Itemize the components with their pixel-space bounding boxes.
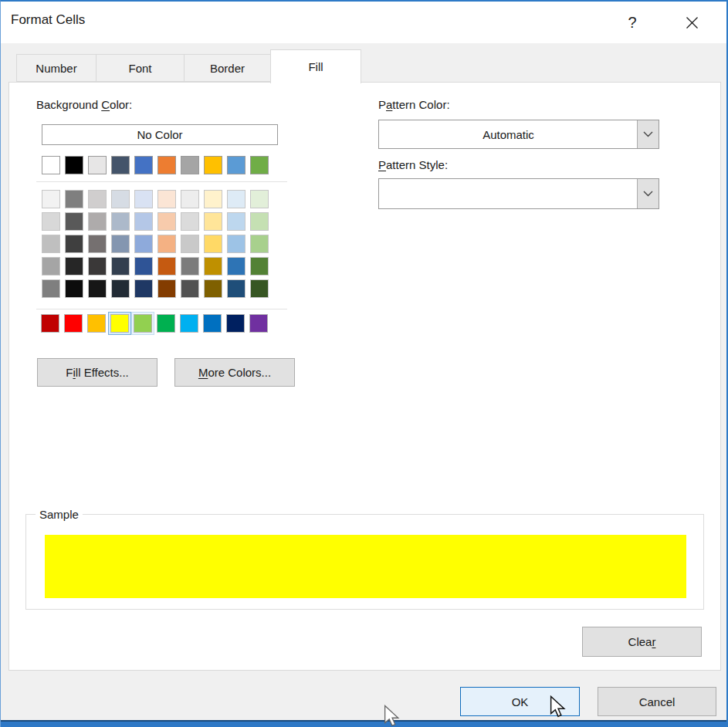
cancel-button[interactable]: Cancel [598,687,716,716]
divider [36,309,287,309]
pattern-style-label: Pattern Style: [378,158,448,171]
color-swatch[interactable] [88,279,107,298]
color-swatch[interactable] [181,279,199,298]
sample-preview [45,535,686,598]
color-swatch[interactable] [88,190,107,208]
color-swatch[interactable] [157,279,176,298]
color-variant-grid [42,190,269,298]
pattern-color-select[interactable]: Automatic [378,120,659,149]
color-swatch[interactable] [42,279,60,298]
color-swatch[interactable] [134,156,153,174]
tab-number[interactable]: Number [16,54,97,82]
tab-fill[interactable]: Fill [270,49,361,83]
color-swatch[interactable] [157,212,176,231]
pattern-color-value: Automatic [379,120,638,148]
tab-border[interactable]: Border [184,54,271,82]
color-swatch[interactable] [227,156,245,174]
color-swatch[interactable] [181,156,199,174]
color-swatch[interactable] [42,190,60,208]
color-swatch[interactable] [39,312,62,335]
color-swatch[interactable] [88,257,107,276]
color-swatch[interactable] [134,190,153,208]
pattern-color-label: Pattern Color: [378,98,450,111]
color-swatch[interactable] [134,257,153,276]
color-swatch[interactable] [111,190,130,208]
color-swatch[interactable] [65,279,83,298]
dialog-footer: OK Cancel [1,671,726,722]
color-swatch[interactable] [204,212,222,231]
color-swatch[interactable] [65,212,83,231]
titlebar: Format Cells ? [1,2,726,43]
color-swatch[interactable] [157,235,176,253]
color-swatch[interactable] [181,212,199,231]
color-swatch[interactable] [111,257,130,276]
clear-button[interactable]: Clear [582,627,702,657]
tab-font[interactable]: Font [96,54,185,82]
color-swatch[interactable] [181,235,199,253]
color-swatch[interactable] [250,235,269,253]
color-swatch[interactable] [227,257,245,276]
color-swatch[interactable] [42,235,60,253]
color-swatch[interactable] [134,212,153,231]
fill-effects-label: Fill Effects... [66,366,128,379]
color-swatch[interactable] [247,312,270,335]
color-swatch[interactable] [134,279,153,298]
help-button[interactable]: ? [615,8,650,37]
standard-color-row [39,312,270,335]
color-swatch[interactable] [181,190,199,208]
close-button[interactable] [674,8,709,37]
color-swatch[interactable] [108,312,131,335]
color-swatch[interactable] [65,156,83,174]
color-swatch[interactable] [204,190,222,208]
fill-effects-button[interactable]: Fill Effects... [37,358,157,387]
dialog-title: Format Cells [11,12,85,28]
color-swatch[interactable] [111,156,130,174]
color-swatch[interactable] [250,279,269,298]
color-swatch[interactable] [250,212,269,231]
color-swatch[interactable] [62,312,85,335]
color-swatch[interactable] [227,190,245,208]
pattern-style-select[interactable] [378,178,659,209]
color-swatch[interactable] [111,279,130,298]
fill-tab-page: Background Color: No Color Fill Effects.… [8,82,721,671]
color-swatch[interactable] [42,156,60,174]
color-swatch[interactable] [88,212,107,231]
color-swatch[interactable] [42,257,60,276]
color-swatch[interactable] [131,312,154,335]
color-swatch[interactable] [250,190,269,208]
more-colors-button[interactable]: More Colors... [174,358,295,387]
color-swatch[interactable] [157,156,176,174]
color-swatch[interactable] [157,257,176,276]
format-cells-dialog: Format Cells ? Number Font Border Fill B… [0,0,728,727]
color-swatch[interactable] [42,212,60,231]
pattern-color-dropdown-button[interactable] [637,120,659,148]
color-swatch[interactable] [65,257,83,276]
color-swatch[interactable] [157,190,176,208]
pattern-style-dropdown-button[interactable] [637,179,659,208]
color-swatch[interactable] [88,235,107,253]
color-swatch[interactable] [65,235,83,253]
color-swatch[interactable] [201,312,224,335]
help-icon: ? [628,14,636,32]
color-swatch[interactable] [227,279,245,298]
color-swatch[interactable] [204,156,222,174]
color-swatch[interactable] [204,235,222,253]
clear-label: Clear [628,635,656,648]
color-swatch[interactable] [134,235,153,253]
color-swatch[interactable] [85,312,108,335]
no-color-button[interactable]: No Color [42,124,278,145]
color-swatch[interactable] [154,312,178,335]
color-swatch[interactable] [227,212,245,231]
color-swatch[interactable] [88,156,107,174]
color-swatch[interactable] [178,312,201,335]
color-swatch[interactable] [204,257,222,276]
color-swatch[interactable] [111,235,130,253]
color-swatch[interactable] [250,156,269,174]
color-swatch[interactable] [250,257,269,276]
color-swatch[interactable] [204,279,222,298]
color-swatch[interactable] [111,212,130,231]
color-swatch[interactable] [224,312,247,335]
color-swatch[interactable] [227,235,245,253]
color-swatch[interactable] [65,190,83,208]
color-swatch[interactable] [181,257,199,276]
